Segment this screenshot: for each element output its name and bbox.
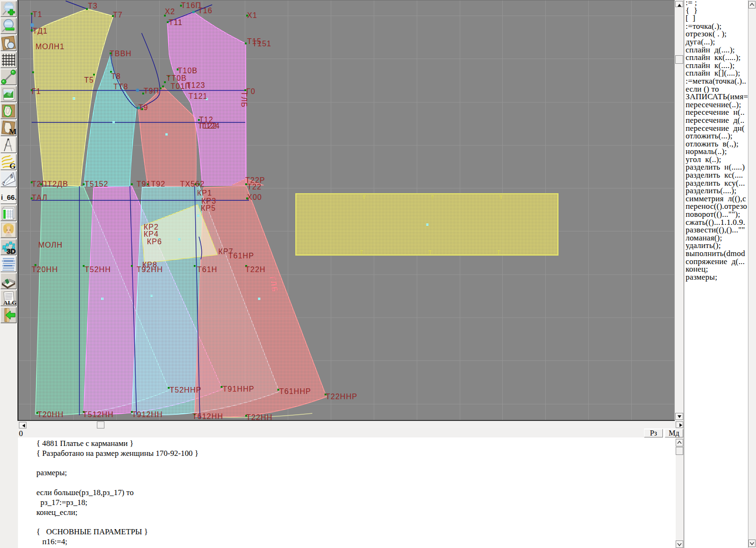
svg-text:МОЛН1: МОЛН1: [35, 43, 65, 51]
svg-text:Г1: Г1: [32, 87, 41, 95]
svg-text:Т16: Т16: [198, 7, 213, 15]
svg-text:Т5: Т5: [84, 76, 94, 84]
svg-text:Т: Т: [429, 249, 432, 255]
svg-text:Т: Т: [362, 195, 366, 200]
svg-text:Т22ННР: Т22ННР: [326, 393, 357, 401]
svg-text:7: 7: [2, 181, 5, 187]
svg-text:Т1: Т1: [33, 10, 43, 18]
svg-text:ТД1: ТД1: [33, 27, 48, 35]
svg-text:ТАЛ: ТАЛ: [32, 194, 48, 202]
svg-text:i_66.: i_66.: [1, 193, 16, 201]
svg-text:Т11: Т11: [169, 18, 182, 26]
svg-text:ТТ8: ТТ8: [113, 83, 128, 91]
svg-text:M: M: [9, 127, 16, 136]
svg-text:Т61НР: Т61НР: [228, 252, 254, 260]
svg-text:ГЛБ: ГЛБ: [240, 93, 248, 108]
svg-text:Т9П: Т9П: [144, 87, 159, 95]
svg-text:Т: Т: [499, 195, 503, 200]
svg-text:ALG: ALG: [2, 247, 9, 250]
svg-text:Т22Н: Т22Н: [245, 265, 266, 274]
svg-text:Т7: Т7: [113, 11, 123, 19]
svg-text:8: 8: [10, 174, 13, 179]
svg-text:Т91Т92: Т91Т92: [137, 180, 165, 188]
svg-text:Т61Н: Т61Н: [197, 265, 217, 274]
svg-text:Т20НН: Т20НН: [32, 265, 58, 274]
svg-text:Т61ННР: Т61ННР: [279, 387, 311, 395]
svg-text:Т: Т: [431, 195, 434, 200]
svg-text:Т22НН: Т22НН: [246, 413, 273, 420]
svg-text:ТХ562: ТХ562: [180, 180, 205, 188]
svg-text:Т121: Т121: [189, 92, 207, 100]
svg-text:X2: X2: [165, 8, 175, 16]
svg-text:Т612НН: Т612НН: [192, 412, 223, 420]
svg-text:Т124: Т124: [201, 122, 220, 130]
svg-text:ALG: ALG: [3, 299, 16, 306]
svg-text:Т91ННР: Т91ННР: [223, 385, 254, 393]
svg-text:Т3: Т3: [88, 2, 98, 10]
svg-text:КР1: КР1: [197, 189, 212, 197]
svg-text:Т: Т: [360, 249, 363, 255]
svg-text:Т20НН: Т20НН: [37, 411, 64, 419]
svg-text:Т22: Т22: [247, 183, 262, 191]
svg-text:G: G: [9, 162, 16, 170]
svg-text:МОЛН: МОЛН: [38, 241, 63, 249]
svg-text:Т: Т: [497, 249, 500, 255]
svg-text:X00: X00: [247, 193, 262, 201]
svg-text:КР6: КР6: [147, 238, 162, 246]
svg-text:Т8: Т8: [111, 72, 121, 80]
svg-text:ТТ0В: ТТ0В: [166, 74, 187, 82]
svg-text:Т912НН: Т912НН: [132, 411, 163, 419]
svg-text:Т5152: Т5152: [85, 180, 108, 188]
svg-text:КР5: КР5: [201, 204, 216, 212]
svg-text:Т512НН: Т512НН: [83, 411, 114, 419]
svg-text:Т151: Т151: [252, 40, 271, 48]
svg-text:Т52ННР: Т52ННР: [170, 386, 201, 394]
svg-text:Т123: Т123: [186, 81, 205, 89]
svg-text:ТВВН: ТВВН: [110, 50, 132, 58]
svg-text:Т9: Т9: [138, 103, 148, 111]
svg-text:Т2ПТ2ДВ: Т2ПТ2ДВ: [32, 180, 68, 188]
svg-text:Т52НН: Т52НН: [85, 265, 111, 274]
svg-text:A: A: [5, 143, 7, 146]
svg-text:Т92НН: Т92НН: [137, 265, 163, 274]
svg-text:КР4: КР4: [144, 230, 159, 238]
svg-text:X1: X1: [247, 11, 258, 19]
svg-text:Т10В: Т10В: [178, 67, 198, 75]
